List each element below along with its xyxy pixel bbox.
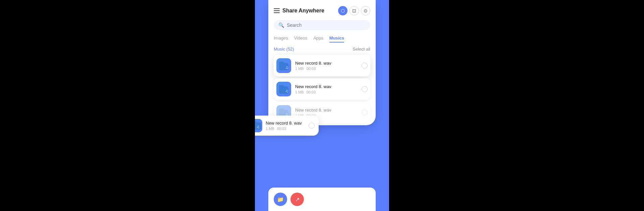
tab-apps[interactable]: Apps xyxy=(313,36,323,43)
music-size-1: 1 MB xyxy=(295,67,304,71)
wifi-icon-btn[interactable]: ⊙ xyxy=(361,6,370,15)
bluetooth-icon-btn[interactable]: ⬡ xyxy=(338,6,347,15)
folder-icon: 📁 xyxy=(277,196,284,203)
radio-btn-3[interactable] xyxy=(362,110,368,116)
music-size-2: 1 MB xyxy=(295,90,304,94)
floating-card: ♫ New record 8. wav 1 MB 00:03 xyxy=(255,116,319,136)
radio-btn-2[interactable] xyxy=(362,86,368,92)
music-item-1[interactable]: ♫ New record 8. wav 1 MB 00:03 xyxy=(274,55,370,76)
bottom-icon-1[interactable]: 📁 xyxy=(274,193,287,206)
header-icons: ⬡ ⊡ ⊙ xyxy=(338,6,370,15)
floating-music-name: New record 8. wav xyxy=(266,121,305,126)
music-count: Music (52) xyxy=(274,47,294,52)
search-icon: 🔍 xyxy=(278,22,284,28)
file-icon-1: ♫ xyxy=(276,58,291,73)
app-scene: Share Anywhere ⬡ ⊡ ⊙ 🔍 Images Videos App… xyxy=(255,0,389,211)
phone-card: Share Anywhere ⬡ ⊡ ⊙ 🔍 Images Videos App… xyxy=(268,0,376,125)
floating-music-meta: 1 MB 00:03 xyxy=(266,127,305,131)
bottom-icon-2[interactable]: ↗ xyxy=(290,193,304,206)
music-duration-2: 00:03 xyxy=(307,90,316,94)
floating-radio-btn[interactable] xyxy=(309,123,315,129)
music-name-3: New record 8. wav xyxy=(295,108,358,113)
floating-music-duration: 00:03 xyxy=(277,127,286,131)
tab-images[interactable]: Images xyxy=(274,36,288,43)
floating-file-icon: ♫ xyxy=(255,119,262,132)
music-name-2: New record 8. wav xyxy=(295,84,358,89)
app-title: Share Anywhere xyxy=(282,8,324,14)
tabs-bar: Images Videos Apps Musics xyxy=(274,36,370,43)
radio-btn-1[interactable] xyxy=(362,63,368,69)
music-meta-1: 1 MB 00:03 xyxy=(295,67,358,71)
music-duration-1: 00:03 xyxy=(307,67,316,71)
menu-icon[interactable] xyxy=(274,8,280,13)
sub-header: Music (52) Select all xyxy=(274,47,370,52)
music-meta-2: 1 MB 00:03 xyxy=(295,90,358,94)
header-left: Share Anywhere xyxy=(274,8,324,14)
floating-music-info: New record 8. wav 1 MB 00:03 xyxy=(266,121,305,131)
share-icon: ↗ xyxy=(295,196,300,203)
file-icon-2: ♫ xyxy=(276,82,291,96)
music-name-1: New record 8. wav xyxy=(295,61,358,66)
nfc-icon-btn[interactable]: ⊡ xyxy=(350,6,359,15)
search-input[interactable] xyxy=(287,22,366,28)
music-list: ♫ New record 8. wav 1 MB 00:03 ♫ xyxy=(274,55,370,125)
select-all-btn[interactable]: Select all xyxy=(353,47,370,52)
music-info-1: New record 8. wav 1 MB 00:03 xyxy=(295,61,358,71)
music-info-2: New record 8. wav 1 MB 00:03 xyxy=(295,84,358,94)
bottom-partial: 📁 ↗ xyxy=(268,188,376,211)
tab-musics[interactable]: Musics xyxy=(329,36,344,43)
tab-videos[interactable]: Videos xyxy=(294,36,308,43)
music-item-2[interactable]: ♫ New record 8. wav 1 MB 00:03 xyxy=(274,78,370,100)
search-bar: 🔍 xyxy=(274,20,370,30)
app-header: Share Anywhere ⬡ ⊡ ⊙ xyxy=(274,6,370,15)
floating-music-size: 1 MB xyxy=(266,127,274,131)
